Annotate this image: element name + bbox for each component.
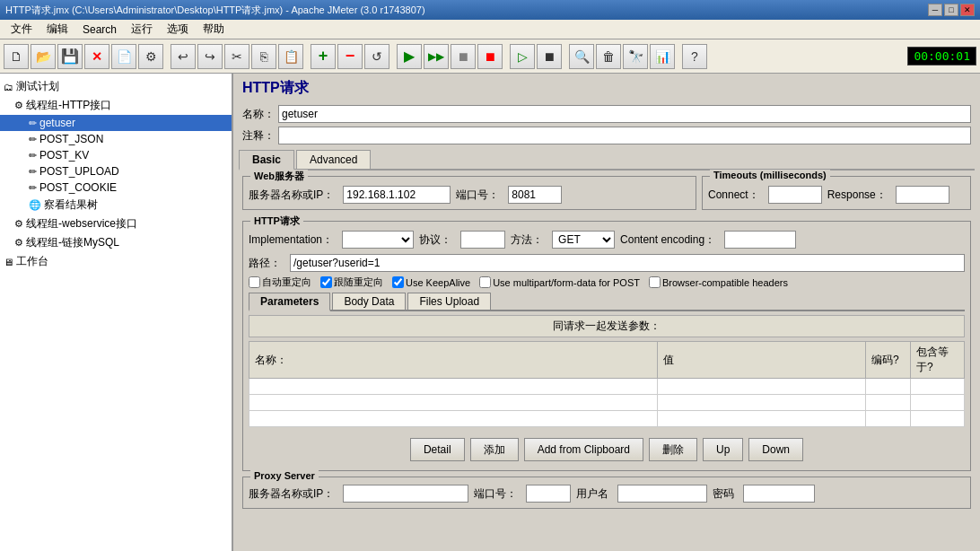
copy-btn[interactable]: ⎘	[251, 44, 276, 69]
protocol-input[interactable]	[460, 231, 505, 249]
main-tab-bar: Basic Advanced	[239, 150, 975, 171]
multipart-item: Use multipart/form-data for POST	[479, 276, 640, 288]
right-panel: HTTP请求 名称： 注释： Basic Advanced Web服务器	[233, 74, 980, 551]
new-btn[interactable]: 🗋	[4, 44, 29, 69]
search-toolbar-btn[interactable]: 🔍	[569, 44, 594, 69]
tree-item-post-json[interactable]: ✏ POST_JSON	[0, 131, 232, 147]
main-container: 🗂 测试计划 ⚙ 线程组-HTTP接口 ✏ getuser ✏ POST_JSO…	[0, 74, 980, 551]
tab-advanced[interactable]: Advanced	[296, 150, 371, 169]
response-label: Response：	[827, 188, 887, 203]
impl-select[interactable]: HttpClient4 Java	[342, 231, 414, 249]
proxy-server-input[interactable]	[343, 485, 468, 503]
keepalive-checkbox[interactable]	[392, 276, 404, 288]
stop-btn[interactable]: ⏹	[451, 44, 476, 69]
props-btn[interactable]: 📊	[650, 44, 675, 69]
menu-item-3[interactable]: 运行	[124, 20, 160, 39]
proxy-port-input[interactable]	[526, 485, 571, 503]
name-input[interactable]	[278, 105, 971, 123]
paste-btn[interactable]: 📋	[278, 44, 303, 69]
clear-btn[interactable]: ↺	[364, 44, 389, 69]
menu-item-0[interactable]: 文件	[4, 20, 39, 39]
tree-item-thread-group[interactable]: ⚙ 线程组-HTTP接口	[0, 96, 232, 115]
menu-item-5[interactable]: 帮助	[196, 20, 232, 39]
function-helper-btn[interactable]: 🔭	[623, 44, 648, 69]
close-btn[interactable]: ✕	[84, 44, 109, 69]
add-from-clipboard-button[interactable]: Add from Clipboard	[524, 438, 643, 461]
maximize-btn[interactable]: □	[944, 4, 958, 16]
tab-body-data[interactable]: Body Data	[332, 293, 406, 310]
connect-input[interactable]	[768, 186, 822, 204]
tab-parameters[interactable]: Parameters	[249, 293, 330, 311]
follow-redirect-checkbox[interactable]	[320, 276, 332, 288]
menu-bar: 文件编辑Search运行选项帮助	[0, 20, 980, 39]
post-upload-icon: ✏	[29, 166, 37, 178]
remote-run-btn[interactable]: ▷	[510, 44, 535, 69]
tree-item-workbench[interactable]: 🖥 工作台	[0, 252, 232, 271]
comment-row: 注释：	[239, 127, 975, 144]
menu-item-1[interactable]: 编辑	[39, 20, 75, 39]
thread-group-label: 线程组-HTTP接口	[26, 98, 111, 113]
menu-item-2[interactable]: Search	[75, 22, 124, 38]
path-input[interactable]	[290, 254, 965, 272]
post-cookie-icon: ✏	[29, 182, 37, 194]
detail-button[interactable]: Detail	[410, 438, 465, 461]
col-encode: 编码?	[866, 342, 911, 379]
empty-row-encode	[866, 379, 911, 395]
minimize-btn[interactable]: ─	[928, 4, 942, 16]
comment-label: 注释：	[242, 128, 275, 144]
port-input[interactable]	[508, 186, 562, 204]
server-input[interactable]	[343, 186, 451, 204]
browser-compat-checkbox[interactable]	[649, 276, 661, 288]
table-row	[249, 411, 965, 427]
close-window-btn[interactable]: ✕	[960, 4, 975, 16]
view-results-icon: 🌐	[29, 199, 41, 211]
template-btn[interactable]: ⚙	[138, 44, 163, 69]
cut-btn[interactable]: ✂	[224, 44, 249, 69]
comment-input[interactable]	[278, 127, 971, 144]
encoding-label: Content encoding：	[620, 232, 715, 248]
delete-button[interactable]: 删除	[649, 438, 697, 461]
method-select[interactable]: GET POST PUT DELETE	[552, 231, 615, 249]
tree-item-thread-group2[interactable]: ⚙ 线程组-webservice接口	[0, 214, 232, 233]
tree-item-thread-group3[interactable]: ⚙ 线程组-链接MySQL	[0, 233, 232, 252]
help-toolbar-btn[interactable]: ?	[682, 44, 707, 69]
run-btn[interactable]: ▶	[397, 44, 422, 69]
tree-item-post-kv[interactable]: ✏ POST_KV	[0, 147, 232, 163]
tab-basic[interactable]: Basic	[239, 150, 294, 171]
auto-redirect-checkbox[interactable]	[249, 276, 260, 288]
impl-label: Implementation：	[249, 232, 333, 248]
redo-btn[interactable]: ↪	[197, 44, 223, 69]
run-no-pause-btn[interactable]: ▶▶	[424, 44, 449, 69]
empty-row-include	[911, 395, 965, 411]
tree-item-test-plan[interactable]: 🗂 测试计划	[0, 77, 232, 96]
proxy-username-input[interactable]	[617, 485, 707, 503]
menu-item-4[interactable]: 选项	[160, 20, 196, 39]
tab-files-upload[interactable]: Files Upload	[407, 293, 491, 310]
stop-now-btn[interactable]: ⏹	[477, 44, 503, 69]
down-button[interactable]: Down	[748, 438, 803, 461]
multipart-checkbox[interactable]	[479, 276, 491, 288]
undo-btn[interactable]: ↩	[171, 44, 196, 69]
main-tabs-container: Basic Advanced Web服务器 服务器名称或IP： 端口号：	[239, 150, 975, 514]
open-btn[interactable]: 📂	[31, 44, 56, 69]
tree-item-post-cookie[interactable]: ✏ POST_COOKIE	[0, 179, 232, 196]
clear-all-btn[interactable]: 🗑	[596, 44, 621, 69]
tree-item-post-upload[interactable]: ✏ POST_UPLOAD	[0, 163, 232, 179]
tree-item-getuser[interactable]: ✏ getuser	[0, 115, 232, 131]
up-button[interactable]: Up	[703, 438, 743, 461]
remove-element-btn[interactable]: −	[337, 44, 363, 69]
encoding-input[interactable]	[724, 231, 796, 249]
impl-row: Implementation： HttpClient4 Java 协议： 方法：…	[249, 231, 965, 249]
save-btn[interactable]: 💾	[57, 44, 83, 69]
tree-item-view-results[interactable]: 🌐 察看结果树	[0, 196, 232, 214]
save2-btn[interactable]: 📄	[111, 44, 136, 69]
add-button[interactable]: 添加	[470, 438, 519, 461]
browser-compat-label: Browser-compatible headers	[662, 277, 788, 288]
post-json-icon: ✏	[29, 134, 37, 145]
remote-stop-btn[interactable]: ⏹	[537, 44, 562, 69]
response-input[interactable]	[896, 186, 949, 204]
add-element-btn[interactable]: +	[311, 44, 336, 69]
inner-tab-bar: Parameters Body Data Files Upload	[249, 293, 965, 311]
proxy-password-input[interactable]	[743, 485, 815, 503]
empty-row-name	[249, 411, 658, 427]
